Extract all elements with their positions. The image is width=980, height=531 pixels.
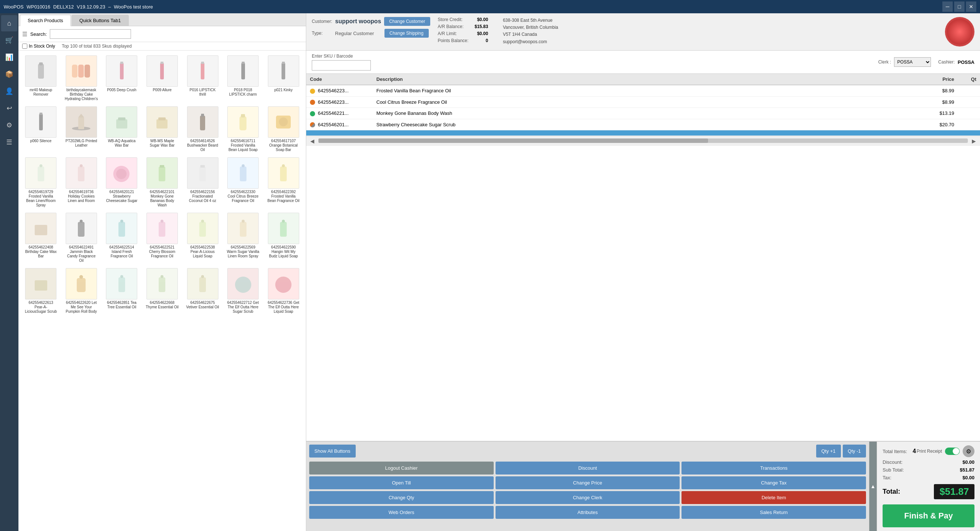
- table-row[interactable]: 6425546223... Frosted Vanilla Bean Fragr…: [306, 85, 980, 96]
- list-item[interactable]: 642554620121 Strawberry Cheesecake Sugar: [102, 155, 141, 209]
- product-thumbnail: [268, 268, 299, 300]
- list-item[interactable]: 642554622521 Cherry Blossom Fragrance Oi…: [143, 211, 182, 265]
- product-name: 642554622736 Get The Elf Outta Here Liqu…: [267, 301, 300, 314]
- settings-gear-icon[interactable]: ⚙: [963, 445, 974, 457]
- list-item[interactable]: 642554622590 Hangin Wit My Budz Liquid S…: [264, 211, 303, 265]
- change-qty-button[interactable]: Change Qty: [309, 491, 494, 504]
- list-item[interactable]: 642554622712 Get The Elf Outta Here Suga…: [224, 266, 263, 316]
- table-row-selected[interactable]: [306, 130, 980, 136]
- svg-rect-60: [118, 277, 125, 292]
- change-shipping-button[interactable]: Change Shipping: [385, 29, 429, 38]
- list-item[interactable]: 642554622156 Fractionated Coconut Oil 4 …: [183, 155, 222, 209]
- delete-item-button[interactable]: Delete Item: [681, 491, 866, 504]
- list-item[interactable]: 64255462851 Tea Tree Essential Oil: [102, 266, 141, 316]
- list-item[interactable]: 642554622101 Monkey Gone Bananas Body Wa…: [143, 155, 182, 209]
- list-item[interactable]: 642554622668 Thyme Essential Oil: [143, 266, 182, 316]
- list-item[interactable]: birthdaycakemask Birthday Cake Hydrating…: [62, 54, 101, 103]
- address-line3: V5T 1H4 Canada: [503, 31, 558, 38]
- sku-input[interactable]: [312, 60, 371, 70]
- list-item[interactable]: P016 LIPSTICK thrill: [183, 54, 222, 103]
- list-item[interactable]: WB-AQ Aquatica Wax Bar: [102, 105, 141, 154]
- open-till-button[interactable]: Open Till: [309, 476, 494, 489]
- product-thumbnail: [187, 106, 218, 138]
- sidebar-icon-cart[interactable]: 🛒: [1, 32, 18, 48]
- qty-plus-button[interactable]: Qty +1: [816, 445, 841, 458]
- list-item[interactable]: 642554614526 Bushwacker Beard Oil: [183, 105, 222, 154]
- list-item[interactable]: WB-MS Maple Sugar Wax Bar: [143, 105, 182, 154]
- total-row: Total: $51.87: [883, 484, 974, 499]
- web-orders-button[interactable]: Web Orders: [309, 506, 494, 519]
- change-clerk-button[interactable]: Change Clerk: [496, 491, 680, 504]
- sidebar-icon-settings[interactable]: ⚙: [1, 117, 18, 133]
- list-item[interactable]: P009 Allure: [143, 54, 182, 103]
- list-item[interactable]: PT202MLG Printed Leather: [62, 105, 101, 154]
- list-item[interactable]: mr40 Makeup Remover: [21, 54, 60, 103]
- sidebar-icon-report[interactable]: 📊: [1, 49, 18, 65]
- list-item[interactable]: 642554622330 Cool Citrus Breeze Fragranc…: [224, 155, 263, 209]
- sub-total-row: Sub Total: $51.87: [883, 467, 974, 473]
- finish-pay-button[interactable]: Finish & Pay: [883, 504, 974, 527]
- sidebar-icon-customers[interactable]: 👤: [1, 83, 18, 99]
- table-row[interactable]: 6425546221... Monkey Gone Bananas Body W…: [306, 108, 980, 119]
- search-input[interactable]: [50, 29, 131, 39]
- scroll-right-button[interactable]: ▶: [970, 137, 978, 145]
- in-stock-checkbox[interactable]: [22, 43, 27, 49]
- logout-cashier-button[interactable]: Logout Cashier: [309, 462, 494, 475]
- col-code: Code: [306, 74, 373, 85]
- sidebar-icon-menu[interactable]: ☰: [1, 134, 18, 150]
- workstation: WP010016: [27, 4, 50, 10]
- collapse-button[interactable]: ▲: [869, 442, 877, 531]
- list-item[interactable]: 642554622736 Get The Elf Outta Here Liqu…: [264, 266, 303, 316]
- minimize-button[interactable]: ─: [942, 2, 953, 12]
- close-button[interactable]: ✕: [966, 2, 976, 12]
- change-price-button[interactable]: Change Price: [496, 476, 680, 489]
- discount-button[interactable]: Discount: [496, 462, 680, 475]
- sidebar-icon-returns[interactable]: ↩: [1, 100, 18, 116]
- list-item[interactable]: 642554622491 Jammin Black Candy Fragranc…: [62, 211, 101, 265]
- list-item[interactable]: 642554619729 Frosted Vanilla Bean Linen/…: [21, 155, 60, 209]
- table-row[interactable]: 6425546201... Strawberry Cheesecake Suga…: [306, 119, 980, 130]
- list-item[interactable]: 642554616711 Frosted Vanilla Bean Liquid…: [224, 105, 263, 154]
- sidebar-icon-home[interactable]: ⌂: [1, 15, 18, 31]
- list-item[interactable]: 642554619736 Holiday Cookies Linen and R…: [62, 155, 101, 209]
- product-name: 642554622712 Get The Elf Outta Here Suga…: [227, 301, 260, 314]
- list-item[interactable]: p060 Silence: [21, 105, 60, 154]
- attributes-button[interactable]: Attributes: [496, 506, 680, 519]
- scroll-left-button[interactable]: ◀: [308, 137, 317, 145]
- tab-quick-buttons[interactable]: Quick Buttons Tab1: [72, 15, 129, 26]
- change-customer-button[interactable]: Change Customer: [384, 17, 430, 26]
- svg-rect-57: [35, 280, 47, 290]
- list-item[interactable]: 642554622514 Island Fresh Fragrance Oil: [102, 211, 141, 265]
- list-item[interactable]: 642554622620 Let Me See Your Pumpkin Rol…: [62, 266, 101, 316]
- sales-return-button[interactable]: Sales Return: [681, 506, 866, 519]
- list-item[interactable]: 642554622675 Vetiver Essential Oil: [183, 266, 222, 316]
- qty-minus-button[interactable]: Qty -1: [843, 445, 866, 458]
- list-item[interactable]: 642554622408 Birthday Cake Wax Bar: [21, 211, 60, 265]
- svg-rect-20: [116, 119, 127, 129]
- store-credit-block: Store Credit: $0.00 A/R Balance: $15.83 …: [438, 17, 488, 43]
- restore-button[interactable]: □: [954, 2, 964, 12]
- product-name: 642554622392 Frosted Vanilla Bean Fragra…: [267, 190, 300, 203]
- list-item[interactable]: p021 Kinky: [264, 54, 303, 103]
- list-item[interactable]: 642554622538 Pear-A-Licious Liquid Soap: [183, 211, 222, 265]
- list-item[interactable]: 642554622392 Frosted Vanilla Bean Fragra…: [264, 155, 303, 209]
- print-receipt-toggle[interactable]: [945, 448, 960, 455]
- change-tax-button[interactable]: Change Tax: [681, 476, 866, 489]
- cashier-label: Cashier:: [938, 59, 955, 65]
- row-code: 6425546201...: [306, 119, 373, 130]
- list-item[interactable]: 642554622569 Warm Sugar Vanilla Linen Ro…: [224, 211, 263, 265]
- list-item[interactable]: P018 P018 LIPSTICK charm: [224, 54, 263, 103]
- sidebar-icon-inventory[interactable]: 📦: [1, 66, 18, 82]
- clerk-select[interactable]: POSSA: [894, 57, 931, 67]
- transactions-button[interactable]: Transactions: [681, 462, 866, 475]
- list-item[interactable]: P005 Deep Crush: [102, 54, 141, 103]
- tab-search-products[interactable]: Search Products: [20, 15, 71, 26]
- in-stock-checkbox-label[interactable]: In Stock Only: [22, 43, 55, 49]
- list-item[interactable]: 642554617107 Orange Botanical Soap Bar: [264, 105, 303, 154]
- tax-value: $0.00: [962, 475, 974, 480]
- table-row[interactable]: 6425546223... Cool Citrus Breeze Fragran…: [306, 96, 980, 108]
- product-grid: mr40 Makeup Remover birthdaycakemask Bir…: [18, 51, 306, 531]
- list-item[interactable]: 642554622613 Pear-A-LiciousSugar Scrub: [21, 266, 60, 316]
- window-controls[interactable]: ─ □ ✕: [942, 2, 976, 12]
- show-all-buttons-button[interactable]: Show All Buttons: [309, 445, 356, 458]
